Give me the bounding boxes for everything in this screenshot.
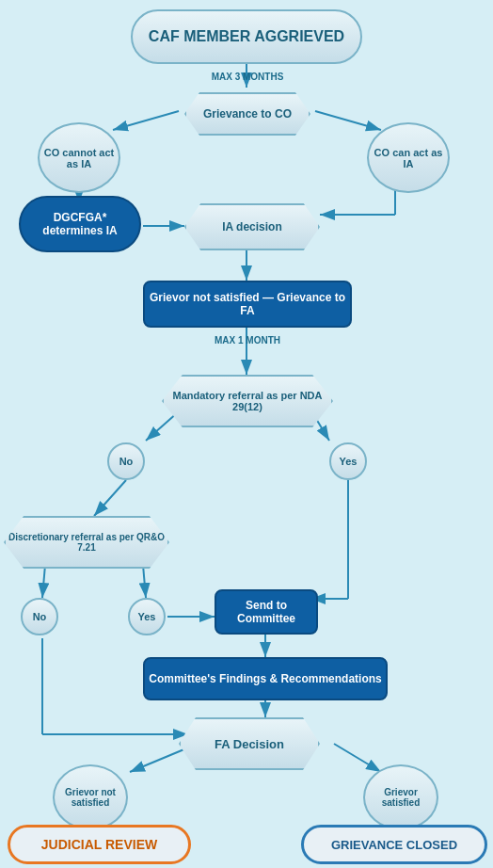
dgcfga-node: DGCFGA* determines IA	[19, 196, 141, 252]
ia-decision-label: IA decision	[222, 220, 282, 233]
send-to-committee-label: Send to Committee	[216, 595, 316, 629]
grievance-closed-node: GRIEVANCE CLOSED	[301, 825, 487, 864]
ia-decision-node: IA decision	[184, 203, 320, 250]
co-cannot-label: CO cannot act as IA	[40, 147, 119, 169]
svg-line-3	[113, 111, 179, 130]
max-3-months-label: MAX 3 MONTHS	[186, 72, 309, 82]
grievor-not-satisfied-fa-label: Grievor not satisfied — Grievance to FA	[145, 287, 350, 321]
flowchart: CAF MEMBER AGGRIEVED MAX 3 MONTHS Grieva…	[0, 0, 493, 868]
grievor-not-satisfied-node: Grievor not satisfied	[53, 764, 128, 830]
no1-node: No	[107, 442, 145, 480]
yes1-node: Yes	[329, 442, 367, 480]
svg-line-13	[94, 480, 126, 516]
svg-line-4	[315, 111, 381, 130]
fa-decision-node: FA Decision	[179, 717, 320, 770]
co-can-node: CO can act as IA	[367, 122, 450, 193]
max-1-month-label: MAX 1 MONTH	[186, 335, 309, 346]
co-cannot-node: CO cannot act as IA	[38, 122, 120, 193]
mandatory-referral-node: Mandatory referral as per NDA 29(12)	[162, 375, 333, 427]
caf-member-aggrieved-label: CAF MEMBER AGGRIEVED	[149, 28, 344, 45]
yes2-label: Yes	[138, 611, 156, 622]
co-can-label: CO can act as IA	[369, 147, 448, 169]
findings-label: Committee's Findings & Recommendations	[145, 668, 386, 689]
no2-label: No	[33, 611, 47, 622]
no1-label: No	[119, 456, 134, 467]
dgcfga-label: DGCFGA* determines IA	[21, 207, 139, 241]
mandatory-referral-label: Mandatory referral as per NDA 29(12)	[164, 390, 331, 412]
grievor-satisfied-label: Grievor satisfied	[365, 787, 437, 808]
grievance-closed-label: GRIEVANCE CLOSED	[331, 838, 457, 852]
svg-line-16	[42, 565, 45, 598]
grievor-satisfied-node: Grievor satisfied	[363, 764, 438, 830]
grievance-to-co-node: Grievance to CO	[184, 92, 310, 136]
discretionary-referral-node: Discretionary referral as per QR&O 7.21	[4, 516, 169, 569]
yes1-label: Yes	[340, 456, 358, 467]
fa-decision-label: FA Decision	[215, 737, 284, 751]
grievor-not-satisfied-fa-node: Grievor not satisfied — Grievance to FA	[143, 281, 352, 328]
grievance-to-co-label: Grievance to CO	[203, 107, 292, 121]
judicial-review-label: JUDICIAL REVIEW	[41, 837, 157, 852]
judicial-review-node: JUDICIAL REVIEW	[8, 825, 191, 864]
caf-member-aggrieved-node: CAF MEMBER AGGRIEVED	[131, 9, 362, 64]
svg-line-24	[334, 744, 381, 772]
svg-line-17	[143, 565, 146, 598]
no2-node: No	[21, 598, 58, 635]
send-to-committee-node: Send to Committee	[215, 589, 318, 635]
yes2-node: Yes	[128, 598, 166, 635]
grievor-not-satisfied-label: Grievor not satisfied	[55, 787, 126, 808]
findings-node: Committee's Findings & Recommendations	[143, 657, 388, 700]
discretionary-referral-label: Discretionary referral as per QR&O 7.21	[6, 532, 167, 553]
